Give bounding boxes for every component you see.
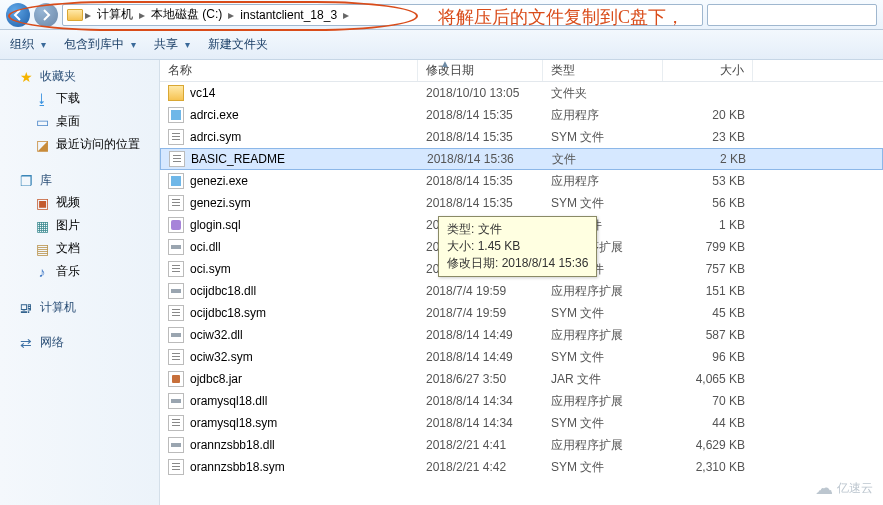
file-row[interactable]: orannzsbb18.sym2018/2/21 4:42SYM 文件2,310…	[160, 456, 883, 478]
file-type: SYM 文件	[543, 129, 663, 146]
sidebar-item-recent[interactable]: ◪最近访问的位置	[0, 133, 159, 156]
file-date: 2018/10/10 13:05	[418, 86, 543, 100]
file-row[interactable]: ojdbc8.jar2018/6/27 3:50JAR 文件4,065 KB	[160, 368, 883, 390]
library-icon: ❐	[18, 173, 34, 189]
file-type: 应用程序扩展	[543, 437, 663, 454]
file-row[interactable]: ocijdbc18.dll2018/7/4 19:59应用程序扩展151 KB	[160, 280, 883, 302]
search-input[interactable]	[707, 4, 877, 26]
file-type: 应用程序	[543, 107, 663, 124]
txt-icon	[169, 151, 185, 167]
column-type[interactable]: 类型	[543, 60, 663, 81]
sidebar-item-videos[interactable]: ▣视频	[0, 191, 159, 214]
file-row[interactable]: ocijdbc18.sym2018/7/4 19:59SYM 文件45 KB	[160, 302, 883, 324]
file-date: 2018/8/14 15:35	[418, 130, 543, 144]
dll-icon	[168, 283, 184, 299]
file-size: 23 KB	[663, 130, 753, 144]
file-row[interactable]: adrci.exe2018/8/14 15:35应用程序20 KB	[160, 104, 883, 126]
file-size: 4,629 KB	[663, 438, 753, 452]
file-size: 151 KB	[663, 284, 753, 298]
chevron-right-icon[interactable]: ▸	[139, 8, 145, 22]
file-row[interactable]: genezi.exe2018/8/14 15:35应用程序53 KB	[160, 170, 883, 192]
sidebar: ★收藏夹 ⭳下载 ▭桌面 ◪最近访问的位置 ❐库 ▣视频 ▦图片 ▤文档 ♪音乐…	[0, 60, 160, 505]
file-date: 2018/8/14 15:35	[418, 108, 543, 122]
picture-icon: ▦	[34, 218, 50, 234]
file-name: orannzsbb18.dll	[190, 438, 275, 452]
sidebar-item-pictures[interactable]: ▦图片	[0, 214, 159, 237]
sidebar-item-music[interactable]: ♪音乐	[0, 260, 159, 283]
file-list: ▲ 名称 修改日期 类型 大小 vc142018/10/10 13:05文件夹a…	[160, 60, 883, 505]
breadcrumb-drive-c[interactable]: 本地磁盘 (C:)	[147, 6, 226, 23]
sidebar-computer[interactable]: 🖳计算机	[0, 297, 159, 318]
file-size: 70 KB	[663, 394, 753, 408]
file-name: genezi.sym	[190, 196, 251, 210]
file-row[interactable]: ociw32.sym2018/8/14 14:49SYM 文件96 KB	[160, 346, 883, 368]
tooltip-type: 类型: 文件	[447, 221, 588, 238]
include-in-library-button[interactable]: 包含到库中	[64, 36, 136, 53]
sidebar-network[interactable]: ⇄网络	[0, 332, 159, 353]
recent-icon: ◪	[34, 137, 50, 153]
star-icon: ★	[18, 69, 34, 85]
file-type: 文件	[544, 151, 664, 168]
file-size: 799 KB	[663, 240, 753, 254]
file-name: BASIC_README	[191, 152, 285, 166]
file-name: glogin.sql	[190, 218, 241, 232]
file-date: 2018/8/14 14:49	[418, 350, 543, 364]
txt-icon	[168, 195, 184, 211]
file-size: 1 KB	[663, 218, 753, 232]
chevron-right-icon[interactable]: ▸	[343, 8, 349, 22]
music-icon: ♪	[34, 264, 50, 280]
file-row[interactable]: oramysql18.sym2018/8/14 14:34SYM 文件44 KB	[160, 412, 883, 434]
sidebar-item-desktop[interactable]: ▭桌面	[0, 110, 159, 133]
file-type: 应用程序	[543, 173, 663, 190]
column-headers: ▲ 名称 修改日期 类型 大小	[160, 60, 883, 82]
desktop-icon: ▭	[34, 114, 50, 130]
watermark: ☁ 亿速云	[815, 477, 873, 499]
file-size: 2 KB	[664, 152, 754, 166]
file-row[interactable]: ociw32.dll2018/8/14 14:49应用程序扩展587 KB	[160, 324, 883, 346]
file-row[interactable]: vc142018/10/10 13:05文件夹	[160, 82, 883, 104]
sidebar-libraries[interactable]: ❐库	[0, 170, 159, 191]
column-date[interactable]: 修改日期	[418, 60, 543, 81]
toolbar: 组织 包含到库中 共享 新建文件夹	[0, 30, 883, 60]
file-type: JAR 文件	[543, 371, 663, 388]
file-row[interactable]: oramysql18.dll2018/8/14 14:34应用程序扩展70 KB	[160, 390, 883, 412]
file-type: SYM 文件	[543, 195, 663, 212]
file-row[interactable]: orannzsbb18.dll2018/2/21 4:41应用程序扩展4,629…	[160, 434, 883, 456]
file-size: 4,065 KB	[663, 372, 753, 386]
watermark-text: 亿速云	[837, 480, 873, 497]
breadcrumb-folder[interactable]: instantclient_18_3	[236, 8, 341, 22]
sidebar-item-documents[interactable]: ▤文档	[0, 237, 159, 260]
chevron-right-icon[interactable]: ▸	[85, 8, 91, 22]
file-name: ocijdbc18.dll	[190, 284, 256, 298]
file-row[interactable]: adrci.sym2018/8/14 15:35SYM 文件23 KB	[160, 126, 883, 148]
network-icon: ⇄	[18, 335, 34, 351]
file-date: 2018/7/4 19:59	[418, 306, 543, 320]
txt-icon	[168, 459, 184, 475]
share-button[interactable]: 共享	[154, 36, 190, 53]
file-row[interactable]: BASIC_README2018/8/14 15:36文件2 KB	[160, 148, 883, 170]
file-type: SYM 文件	[543, 415, 663, 432]
file-name: ojdbc8.jar	[190, 372, 242, 386]
exe-icon	[168, 173, 184, 189]
dll-icon	[168, 393, 184, 409]
sidebar-favorites[interactable]: ★收藏夹	[0, 66, 159, 87]
forward-button[interactable]	[34, 3, 58, 27]
back-button[interactable]	[6, 3, 30, 27]
column-name[interactable]: 名称	[160, 60, 418, 81]
file-type: SYM 文件	[543, 459, 663, 476]
chevron-right-icon[interactable]: ▸	[228, 8, 234, 22]
sidebar-item-downloads[interactable]: ⭳下载	[0, 87, 159, 110]
dll-icon	[168, 437, 184, 453]
folder-icon	[67, 9, 83, 21]
file-name: orannzsbb18.sym	[190, 460, 285, 474]
file-row[interactable]: genezi.sym2018/8/14 15:35SYM 文件56 KB	[160, 192, 883, 214]
new-folder-button[interactable]: 新建文件夹	[208, 36, 268, 53]
file-name: adrci.exe	[190, 108, 239, 122]
sql-icon	[168, 217, 184, 233]
tooltip-size: 大小: 1.45 KB	[447, 238, 588, 255]
file-type: 文件夹	[543, 85, 663, 102]
file-type: 应用程序扩展	[543, 393, 663, 410]
column-size[interactable]: 大小	[663, 60, 753, 81]
organize-button[interactable]: 组织	[10, 36, 46, 53]
breadcrumb-computer[interactable]: 计算机	[93, 6, 137, 23]
